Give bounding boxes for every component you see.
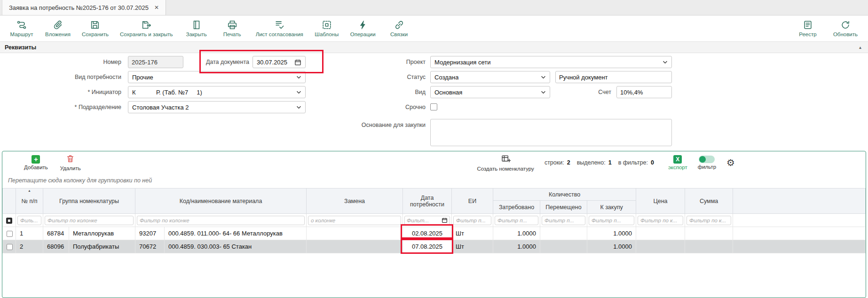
- save-button[interactable]: Сохранить: [82, 20, 109, 37]
- initiator-select[interactable]: К Р. (Таб. №7 1): [128, 86, 306, 98]
- kind-select[interactable]: Основная: [430, 86, 550, 98]
- cell-replace[interactable]: [307, 240, 403, 253]
- filter-date-field[interactable]: [404, 216, 450, 225]
- cell-replace[interactable]: [307, 227, 403, 240]
- attachments-button[interactable]: Вложения: [45, 20, 71, 37]
- filter-requested-input[interactable]: [495, 216, 538, 225]
- filter-price-input[interactable]: [638, 216, 683, 225]
- cell-group-code[interactable]: 68096: [43, 240, 69, 253]
- filter-date-input[interactable]: [407, 216, 441, 225]
- cell-material-code[interactable]: 93207: [135, 227, 165, 240]
- settings-gear-icon[interactable]: ⚙: [726, 158, 735, 167]
- cell-moved[interactable]: [540, 240, 587, 253]
- cell-unit[interactable]: Шт: [452, 240, 493, 253]
- status-select[interactable]: Создана: [430, 71, 550, 83]
- cell-group-name[interactable]: Металлорукав: [69, 227, 135, 240]
- cell-group-name[interactable]: Полуфабрикаты: [69, 240, 135, 253]
- cell-price[interactable]: [636, 240, 685, 253]
- cell-select[interactable]: [3, 240, 16, 253]
- col-header-select[interactable]: [3, 188, 16, 214]
- account-input[interactable]: [616, 86, 672, 98]
- project-select[interactable]: Модернизация сети: [430, 56, 672, 68]
- need-type-label: Вид потребности: [0, 71, 121, 83]
- col-header-num[interactable]: ▲ № п/п: [16, 188, 43, 214]
- delete-row-button[interactable]: Удалить: [60, 154, 81, 171]
- print-button[interactable]: Печать: [220, 20, 245, 37]
- filter-num-input[interactable]: [17, 216, 41, 225]
- cell-need-date[interactable]: 02.08.2025: [403, 227, 452, 240]
- filter-toggle[interactable]: фильтр: [698, 156, 716, 170]
- col-header-sum[interactable]: Сумма: [685, 188, 733, 214]
- refresh-button[interactable]: Обновить: [833, 20, 858, 37]
- col-header-requested[interactable]: Затребовано: [493, 201, 540, 214]
- requisites-section-header[interactable]: Реквизиты ▴: [0, 42, 868, 53]
- filter-unit-input[interactable]: [453, 216, 491, 225]
- operations-button[interactable]: Операции: [350, 20, 376, 37]
- collapse-section-icon[interactable]: ▴: [859, 45, 861, 50]
- save-and-close-button[interactable]: Сохранить и закрыть: [120, 20, 173, 37]
- cell-sum[interactable]: [685, 240, 733, 253]
- registry-button[interactable]: Реестр: [796, 20, 820, 37]
- cell-moved[interactable]: [540, 227, 587, 240]
- create-nomenclature-button[interactable]: Создать номенклатуру: [477, 154, 534, 172]
- filter-replace-input[interactable]: [308, 216, 401, 225]
- manual-document-input[interactable]: [555, 71, 672, 83]
- number-input[interactable]: [128, 56, 183, 68]
- select-all-checkbox[interactable]: [6, 218, 12, 224]
- cell-material-name[interactable]: 000.4859. 030.003- 65 Стакан: [165, 240, 307, 253]
- calendar-icon: [294, 59, 301, 66]
- cell-material-name[interactable]: 000.4859. 011.000- 64- 66 Металлорукав: [165, 227, 307, 240]
- cell-sum[interactable]: [685, 227, 733, 240]
- save-icon: [90, 20, 100, 30]
- urgent-checkbox[interactable]: [430, 103, 437, 110]
- close-document-button[interactable]: Закрыть: [184, 20, 209, 37]
- route-button[interactable]: Маршрут: [9, 20, 34, 37]
- filtered-count-label: в фильтре:: [618, 159, 648, 166]
- cell-need-date[interactable]: 07.08.2025: [403, 240, 452, 253]
- cell-purchase[interactable]: 1.0000: [587, 227, 636, 240]
- filter-moved-input[interactable]: [542, 216, 585, 225]
- filter-sum-input[interactable]: [687, 216, 731, 225]
- purchase-basis-textarea[interactable]: [430, 119, 672, 146]
- cell-select[interactable]: [3, 227, 16, 240]
- document-tab[interactable]: Заявка на потребность №2025-176 от 30.07…: [2, 0, 166, 15]
- department-select[interactable]: Столовая Участка 2: [128, 101, 306, 113]
- col-header-material[interactable]: Код/наименование материала: [135, 188, 307, 214]
- filter-group-input[interactable]: [45, 216, 134, 225]
- links-button[interactable]: Связки: [387, 20, 411, 37]
- cell-material-code[interactable]: 70672: [135, 240, 165, 253]
- row-checkbox[interactable]: [7, 244, 13, 250]
- export-excel-button[interactable]: X экспорт: [668, 155, 687, 170]
- col-header-price[interactable]: Цена: [636, 188, 685, 214]
- col-header-group[interactable]: Группа номенклатуры: [43, 188, 135, 214]
- number-label: Номер: [0, 56, 121, 68]
- cell-requested[interactable]: 1.0000: [493, 240, 540, 253]
- tab-close-icon[interactable]: ✕: [154, 4, 159, 11]
- table-row-1[interactable]: 1 68784 Металлорукав 93207 000.4859. 011…: [3, 227, 866, 240]
- filter-purchase-input[interactable]: [589, 216, 634, 225]
- add-row-button[interactable]: + Добавить: [24, 155, 48, 170]
- cell-group-code[interactable]: 68784: [43, 227, 69, 240]
- initiator-label: * Инициатор: [0, 86, 121, 98]
- cell-num[interactable]: 1: [16, 227, 43, 240]
- table-row-2[interactable]: 2 68096 Полуфабрикаты 70672 000.4859. 03…: [3, 240, 866, 253]
- col-header-unit[interactable]: ЕИ: [452, 188, 493, 214]
- col-header-moved[interactable]: Перемещено: [540, 201, 587, 214]
- filter-material-input[interactable]: [137, 216, 305, 225]
- cell-purchase[interactable]: 1.0000: [587, 240, 636, 253]
- col-header-date[interactable]: Дата потребности: [403, 188, 452, 214]
- need-type-select[interactable]: Прочие: [128, 71, 306, 83]
- links-icon: [394, 20, 404, 30]
- templates-button[interactable]: Шаблоны: [315, 20, 339, 37]
- cell-price[interactable]: [636, 227, 685, 240]
- row-checkbox[interactable]: [7, 231, 13, 237]
- cell-unit[interactable]: Шт: [452, 227, 493, 240]
- cell-num[interactable]: 2: [16, 240, 43, 253]
- cell-requested[interactable]: 1.0000: [493, 227, 540, 240]
- col-header-replace[interactable]: Замена: [307, 188, 403, 214]
- purchase-basis-label: Основание для закупки: [329, 119, 426, 131]
- grid-toolbar-right: Создать номенклатуру строки: 2 выделено:…: [477, 154, 735, 172]
- col-header-purchase[interactable]: К закупу: [587, 201, 636, 214]
- approval-sheet-button[interactable]: Лист согласования: [256, 20, 303, 37]
- doc-date-input[interactable]: 30.07.2025: [253, 56, 306, 68]
